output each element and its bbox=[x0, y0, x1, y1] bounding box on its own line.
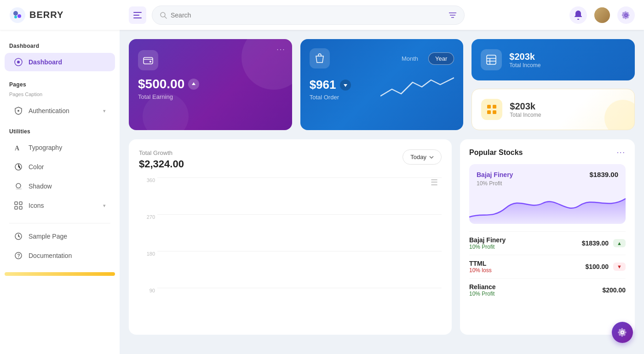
search-icon bbox=[160, 11, 167, 19]
stock-ttml-info: TTML 10% loss bbox=[469, 260, 492, 274]
stock-bajaj-price: $1839.00 bbox=[582, 240, 609, 247]
authentication-icon bbox=[14, 106, 23, 115]
income-blue-amount: $203k bbox=[509, 51, 540, 62]
sidebar-item-icons[interactable]: Icons ▾ bbox=[5, 196, 115, 215]
sample-page-icon bbox=[14, 232, 23, 241]
earning-trend-icon bbox=[188, 79, 199, 90]
chart-card: Total Growth $2,324.00 Today 360 270 180… bbox=[129, 139, 452, 335]
cards-row: ··· $500.00 Total Earning bbox=[129, 39, 635, 130]
typography-label: Typography bbox=[29, 144, 62, 151]
income-blue-text: $203k Total Income bbox=[509, 51, 540, 69]
filter-icon[interactable] bbox=[448, 11, 457, 19]
header-right bbox=[569, 6, 635, 24]
svg-rect-20 bbox=[15, 202, 17, 205]
stock-ttml-right: $100.00 ▼ bbox=[586, 263, 626, 271]
stock-reliance-name: Reliance bbox=[469, 283, 496, 291]
y-label-90: 90 bbox=[139, 288, 155, 293]
svg-rect-33 bbox=[487, 105, 491, 108]
stock-bajaj-info: Bajaj Finery 10% Profit bbox=[469, 236, 506, 250]
main-layout: Dashboard Dashboard Pages Pages Caption … bbox=[0, 30, 644, 354]
menu-icon bbox=[133, 12, 142, 18]
sidebar-item-sample-page[interactable]: Sample Page bbox=[5, 227, 115, 246]
bajaj-featured-price: $1839.00 bbox=[589, 171, 618, 178]
settings-button[interactable] bbox=[617, 6, 635, 24]
svg-rect-6 bbox=[133, 17, 142, 18]
sidebar-item-documentation[interactable]: ? Documentation bbox=[5, 246, 115, 265]
documentation-label: Documentation bbox=[29, 252, 72, 259]
search-bar bbox=[152, 6, 465, 25]
month-toggle-button[interactable]: Month bbox=[395, 53, 425, 64]
total-order-card: Month Year $961 Total Order bbox=[300, 39, 464, 130]
income-yellow-label: Total Income bbox=[510, 112, 541, 118]
avatar-image bbox=[594, 7, 610, 23]
svg-rect-5 bbox=[133, 15, 139, 16]
dashboard-section-label: Dashboard bbox=[0, 39, 120, 52]
sidebar-item-dashboard[interactable]: Dashboard bbox=[5, 53, 115, 71]
today-button[interactable]: Today bbox=[402, 149, 442, 165]
y-label-270: 270 bbox=[139, 214, 155, 220]
bars-container bbox=[162, 177, 437, 315]
svg-rect-4 bbox=[133, 12, 142, 13]
search-input[interactable] bbox=[171, 11, 448, 19]
sidebar-item-authentication[interactable]: Authentication ▾ bbox=[5, 102, 115, 120]
logo-icon bbox=[9, 7, 26, 23]
icons-chevron: ▾ bbox=[103, 203, 106, 209]
documentation-icon: ? bbox=[14, 251, 23, 260]
order-sparkline bbox=[380, 73, 454, 101]
stock-ttml-sub: 10% loss bbox=[469, 267, 492, 274]
stock-bajaj-badge: ▲ bbox=[613, 239, 626, 247]
pages-section-label: Pages bbox=[0, 78, 120, 91]
shopping-bag-icon bbox=[315, 53, 324, 63]
year-toggle-button[interactable]: Year bbox=[428, 52, 454, 65]
fab-settings-button[interactable] bbox=[612, 322, 633, 343]
sidebar-item-typography[interactable]: A Typography bbox=[5, 138, 115, 157]
income-blue-card: $203k Total Income bbox=[472, 39, 635, 80]
income-yellow-text: $203k Total Income bbox=[510, 101, 541, 118]
sidebar-item-color[interactable]: Color bbox=[5, 158, 115, 176]
stock-reliance-info: Reliance 10% Profit bbox=[469, 283, 496, 297]
notification-button[interactable] bbox=[569, 6, 587, 24]
stock-reliance-price: $200.00 bbox=[602, 286, 626, 294]
color-label: Color bbox=[29, 163, 44, 171]
stock-reliance-right: $200.00 bbox=[602, 286, 626, 294]
gear-icon bbox=[622, 11, 630, 19]
svg-point-18 bbox=[16, 183, 21, 188]
svg-point-12 bbox=[577, 18, 579, 19]
hamburger-button[interactable] bbox=[129, 6, 146, 24]
chart-area: 360 270 180 90 ☰ bbox=[139, 177, 442, 325]
logo-area: BERRY bbox=[9, 7, 129, 23]
stock-bajaj-sub: 10% Profit bbox=[469, 244, 506, 250]
table-icon bbox=[486, 55, 496, 65]
fab-gear-icon bbox=[618, 328, 627, 337]
authentication-chevron: ▾ bbox=[103, 108, 106, 114]
order-icon-box bbox=[310, 48, 330, 69]
card-earning-icon-box bbox=[138, 50, 158, 70]
card-earning-amount: $500.00 bbox=[138, 77, 283, 91]
popular-stocks-card: Popular Stocks ··· Bajaj Finery $1839.00… bbox=[460, 139, 635, 335]
avatar[interactable] bbox=[593, 6, 611, 24]
svg-rect-35 bbox=[487, 110, 491, 114]
sidebar-bottom-stripe bbox=[5, 272, 115, 276]
stock-ttml-name: TTML bbox=[469, 260, 492, 267]
utilities-section-label: Utilities bbox=[0, 125, 120, 137]
card-earning-menu[interactable]: ··· bbox=[276, 46, 285, 54]
svg-rect-29 bbox=[487, 55, 496, 64]
icons-icon bbox=[14, 201, 23, 210]
income-yellow-card: $203k Total Income bbox=[472, 89, 635, 130]
total-earning-card: ··· $500.00 Total Earning bbox=[129, 39, 292, 130]
sidebar-divider bbox=[9, 223, 110, 223]
svg-point-14 bbox=[17, 61, 20, 63]
svg-rect-22 bbox=[15, 206, 17, 209]
typography-icon: A bbox=[14, 143, 23, 152]
card-earning-label: Total Earning bbox=[138, 93, 283, 100]
sidebar: Dashboard Dashboard Pages Pages Caption … bbox=[0, 30, 120, 354]
svg-point-28 bbox=[150, 61, 151, 63]
stock-reliance-sub: 10% Profit bbox=[469, 291, 496, 297]
shadow-label: Shadow bbox=[29, 183, 52, 190]
card-order-content: $961 Total Order bbox=[310, 73, 454, 101]
sidebar-item-shadow[interactable]: Shadow bbox=[5, 177, 115, 195]
chart-header: Total Growth $2,324.00 Today bbox=[139, 149, 442, 170]
y-label-360: 360 bbox=[139, 177, 155, 183]
dropdown-icon bbox=[429, 156, 434, 159]
stocks-menu-icon[interactable]: ··· bbox=[617, 148, 626, 157]
